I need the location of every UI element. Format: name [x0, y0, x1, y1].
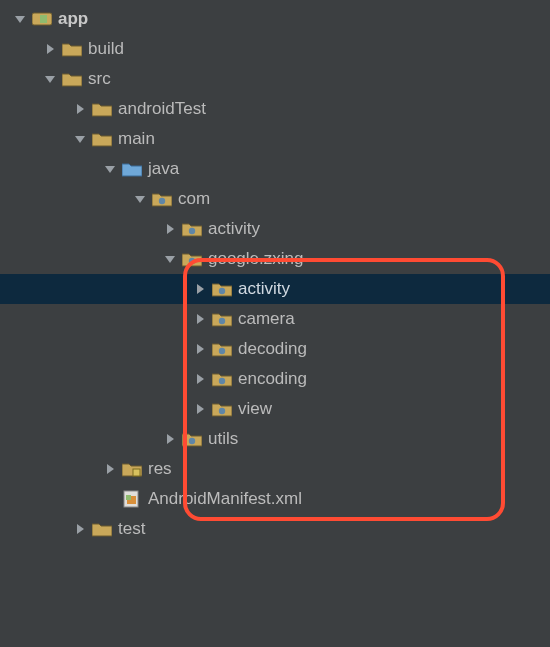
tree-row-manifest[interactable]: AndroidManifest.xml	[0, 484, 550, 514]
chevron-right-icon[interactable]	[192, 311, 208, 327]
svg-marker-8	[135, 196, 145, 203]
folder-icon	[62, 70, 82, 88]
svg-marker-12	[165, 256, 175, 263]
tree-row-res[interactable]: res	[0, 454, 550, 484]
svg-point-11	[189, 228, 195, 234]
chevron-down-icon[interactable]	[12, 11, 28, 27]
package-icon	[152, 190, 172, 208]
svg-marker-7	[105, 166, 115, 173]
package-icon	[212, 340, 232, 358]
tree-label: res	[148, 459, 172, 479]
tree-row-androidtest[interactable]: androidTest	[0, 94, 550, 124]
tree-label: src	[88, 69, 111, 89]
tree-label: activity	[238, 279, 290, 299]
tree-label: view	[238, 399, 272, 419]
svg-point-9	[159, 198, 165, 204]
chevron-down-icon[interactable]	[72, 131, 88, 147]
package-icon	[182, 220, 202, 238]
chevron-down-icon[interactable]	[162, 251, 178, 267]
chevron-right-icon[interactable]	[72, 101, 88, 117]
tree-row-java[interactable]: java	[0, 154, 550, 184]
project-tree: app build src androidTest main java	[0, 0, 550, 544]
svg-marker-3	[47, 44, 54, 54]
package-icon	[182, 430, 202, 448]
svg-marker-31	[77, 524, 84, 534]
tree-label: androidTest	[118, 99, 206, 119]
svg-point-21	[219, 378, 225, 384]
chevron-right-icon[interactable]	[192, 281, 208, 297]
chevron-down-icon[interactable]	[42, 71, 58, 87]
svg-rect-30	[126, 495, 131, 500]
tree-row-google-zxing[interactable]: google.zxing	[0, 244, 550, 274]
package-icon	[212, 370, 232, 388]
folder-icon	[92, 100, 112, 118]
chevron-down-icon[interactable]	[102, 161, 118, 177]
chevron-right-icon[interactable]	[102, 461, 118, 477]
folder-icon	[62, 40, 82, 58]
xml-file-icon	[122, 490, 142, 508]
svg-point-25	[189, 438, 195, 444]
svg-point-13	[189, 258, 195, 264]
svg-marker-20	[197, 374, 204, 384]
tree-row-test[interactable]: test	[0, 514, 550, 544]
tree-row-zxing-activity[interactable]: activity	[0, 274, 550, 304]
package-icon	[212, 310, 232, 328]
svg-marker-5	[77, 104, 84, 114]
chevron-right-icon[interactable]	[42, 41, 58, 57]
svg-point-19	[219, 348, 225, 354]
svg-marker-26	[107, 464, 114, 474]
tree-row-utils[interactable]: utils	[0, 424, 550, 454]
tree-row-activity[interactable]: activity	[0, 214, 550, 244]
package-icon	[212, 400, 232, 418]
tree-row-src[interactable]: src	[0, 64, 550, 94]
source-folder-icon	[122, 160, 142, 178]
tree-row-zxing-decoding[interactable]: decoding	[0, 334, 550, 364]
tree-label: activity	[208, 219, 260, 239]
tree-row-build[interactable]: build	[0, 34, 550, 64]
tree-label: java	[148, 159, 179, 179]
tree-row-zxing-camera[interactable]: camera	[0, 304, 550, 334]
svg-rect-2	[40, 15, 47, 23]
svg-point-23	[219, 408, 225, 414]
chevron-right-icon[interactable]	[162, 431, 178, 447]
svg-marker-6	[75, 136, 85, 143]
folder-icon	[92, 130, 112, 148]
svg-point-17	[219, 318, 225, 324]
tree-label: build	[88, 39, 124, 59]
svg-marker-4	[45, 76, 55, 83]
tree-label: camera	[238, 309, 295, 329]
resource-folder-icon	[122, 460, 142, 478]
tree-label: app	[58, 9, 88, 29]
tree-label: utils	[208, 429, 238, 449]
tree-label: google.zxing	[208, 249, 303, 269]
svg-marker-10	[167, 224, 174, 234]
tree-row-main[interactable]: main	[0, 124, 550, 154]
tree-label: test	[118, 519, 145, 539]
chevron-right-icon[interactable]	[192, 401, 208, 417]
package-icon	[182, 250, 202, 268]
tree-label: com	[178, 189, 210, 209]
tree-label: encoding	[238, 369, 307, 389]
chevron-right-icon[interactable]	[192, 371, 208, 387]
svg-marker-18	[197, 344, 204, 354]
tree-label: decoding	[238, 339, 307, 359]
tree-label: AndroidManifest.xml	[148, 489, 302, 509]
tree-row-zxing-encoding[interactable]: encoding	[0, 364, 550, 394]
module-icon	[32, 10, 52, 28]
chevron-right-icon[interactable]	[192, 341, 208, 357]
tree-row-app[interactable]: app	[0, 4, 550, 34]
chevron-right-icon[interactable]	[162, 221, 178, 237]
folder-icon	[92, 520, 112, 538]
tree-label: main	[118, 129, 155, 149]
svg-marker-16	[197, 314, 204, 324]
tree-row-com[interactable]: com	[0, 184, 550, 214]
package-icon	[212, 280, 232, 298]
chevron-right-icon[interactable]	[72, 521, 88, 537]
tree-row-zxing-view[interactable]: view	[0, 394, 550, 424]
svg-marker-24	[167, 434, 174, 444]
svg-marker-14	[197, 284, 204, 294]
svg-rect-27	[133, 469, 140, 476]
chevron-down-icon[interactable]	[132, 191, 148, 207]
svg-marker-0	[15, 16, 25, 23]
svg-point-15	[219, 288, 225, 294]
